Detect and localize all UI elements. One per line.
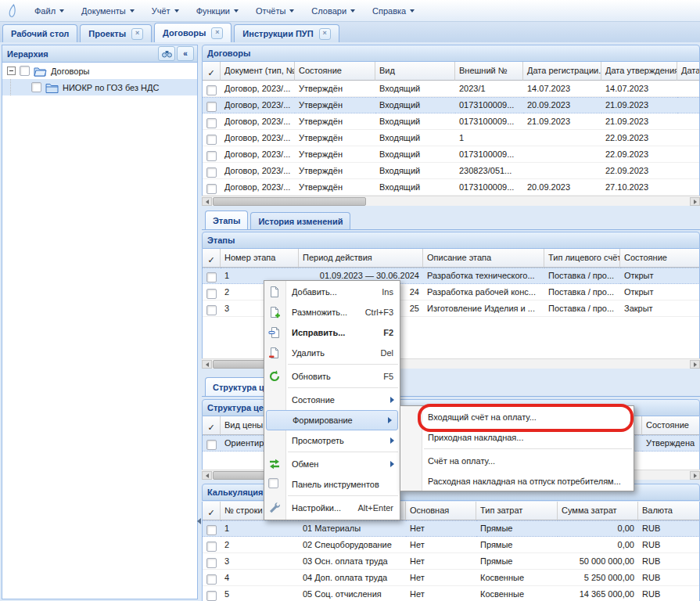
submenu-item-приходная-накладная[interactable]: Приходная накладная... [400,427,634,448]
contracts-column-header[interactable]: Внешний № [455,62,523,81]
menubar-item-функции[interactable]: Функции [188,3,246,19]
menubar-item-словари[interactable]: Словари [303,3,363,19]
scroll-right-button[interactable] [690,197,700,206]
row-checkbox[interactable] [206,118,217,128]
menubar-item-справка[interactable]: Справка [364,3,422,19]
tree-node-root[interactable]: Договоры [2,63,197,79]
submenu-item-входящий-счёт-на-оплату[interactable]: Входящий счёт на оплату... [400,407,634,427]
contracts-column-header[interactable]: Состояние [295,62,375,81]
contracts-hscrollbar[interactable] [202,196,700,206]
tab-история-изменений[interactable]: История изменений [250,212,350,229]
table-row[interactable]: Договор, 2023/...УтверждёнВходящий230823… [203,163,699,179]
main-tab-договоры[interactable]: Договоры× [154,23,232,42]
table-cell: 3 [221,553,299,570]
stages-column-header[interactable]: Тип лицевого счёт [544,249,620,268]
row-checkbox[interactable] [206,272,217,283]
structure-column-header[interactable]: ✓ [203,416,221,435]
menu-item-добавить[interactable]: Добавить...Ins [264,282,400,302]
search-binoculars-button[interactable] [158,46,175,61]
contracts-column-header[interactable]: Документ (тип, № [221,62,295,81]
table-row[interactable]: Договор, 2023/...УтверждёнВходящий017310… [203,179,699,196]
row-checkbox[interactable] [206,289,217,299]
tree-node-checkbox[interactable] [31,82,41,92]
tree-node-child[interactable]: НИОКР по ГОЗ без НДС [2,79,197,95]
main-tab-проекты[interactable]: Проекты× [80,24,152,42]
menu-item-настройки[interactable]: Настройки...Alt+Enter [264,498,400,518]
scroll-left-button[interactable] [202,197,212,206]
submenu-item-расходная-накладная-на-отпуск-потребителям[interactable]: Расходная накладная на отпуск потребител… [400,471,634,491]
collapse-panel-button[interactable]: « [177,46,194,61]
menu-item-панель-инструментов[interactable]: Панель инструментов [264,474,400,495]
table-row[interactable]: Договор, 2023/...УтверждёнВходящий017310… [203,97,699,113]
menubar-item-документы[interactable]: Документы [74,3,142,19]
calculation-column-header[interactable]: ✓ [203,502,221,520]
contracts-column-header[interactable]: Дата [677,62,700,81]
row-checkbox[interactable] [206,591,217,601]
scroll-right-button[interactable] [690,471,700,480]
table-row[interactable]: Договор, 2023/...УтверждёнВходящий122.09… [203,130,699,146]
structure-column-header[interactable]: Состояние [642,416,700,435]
menubar-item-учёт[interactable]: Учёт [144,3,187,19]
tab-этапы[interactable]: Этапы [205,211,248,229]
main-tab-инструкции-пуп[interactable]: Инструкции ПУП× [234,24,339,42]
row-checkbox[interactable] [206,305,217,315]
menu-item-обновить[interactable]: ОбновитьF5 [264,366,400,387]
row-checkbox[interactable] [206,440,217,450]
tree-expander-icon[interactable] [7,67,16,75]
contracts-column-header[interactable]: Дата утверждения [601,62,677,81]
table-row[interactable]: 101 МатериалыНетПрямые0,00RUB [203,520,699,537]
scroll-left-button[interactable] [202,360,212,369]
table-row[interactable]: 404 Доп. оплата трудаНетКосвенные5 250 0… [203,570,699,586]
scroll-left-button[interactable] [202,471,212,480]
row-checkbox[interactable] [206,151,217,161]
tab-close-icon[interactable]: × [211,27,223,39]
stages-column-header[interactable]: Описание этапа [423,249,544,268]
row-checkbox[interactable] [206,574,217,585]
menubar-item-отчёты[interactable]: Отчёты [248,3,302,19]
menubar-item-файл[interactable]: Файл [27,3,72,19]
menu-item-удалить[interactable]: УдалитьDel [264,343,400,363]
table-row[interactable]: 505 Соц. отчисленияНетКосвенные14 365 00… [203,586,699,601]
tab-close-icon[interactable]: × [131,28,143,40]
menu-item-размножить[interactable]: Размножить...Ctrl+F3 [264,302,400,322]
tab-close-icon[interactable]: × [319,28,331,40]
contracts-column-header[interactable]: Вид [375,62,455,81]
table-row[interactable]: Договор, 2023/...УтверждёнВходящий2023/1… [203,81,699,97]
menu-separator [288,452,398,452]
stages-column-header[interactable]: Состояние [620,249,700,268]
menu-item-состояние[interactable]: Состояние [264,390,400,410]
splitter-collapse-arrow-icon[interactable] [197,518,201,524]
table-row[interactable]: 303 Осн. оплата трудаНетПрямые50 000 000… [203,553,699,570]
table-row[interactable]: Договор, 2023/...УтверждёнВходящий017310… [203,113,699,130]
calculation-column-header[interactable]: Основная [406,502,476,520]
row-checkbox[interactable] [206,167,217,178]
row-checkbox[interactable] [206,102,217,112]
menu-item-обмен[interactable]: Обмен [264,454,400,474]
row-checkbox[interactable] [206,558,217,568]
scroll-right-button[interactable] [690,360,700,369]
chevron-down-icon [130,9,135,13]
menu-item-просмотреть[interactable]: Просмотреть [264,430,400,451]
table-row[interactable]: 202 СпецоборудованиеНетПрямые0,00RUB [203,537,699,553]
row-checkbox[interactable] [206,542,217,552]
stages-column-header[interactable]: ✓ [203,249,221,268]
calculation-column-header[interactable]: Валюта [638,502,700,520]
table-row[interactable]: Договор, 2023/...УтверждёнВходящий017310… [203,146,699,163]
submenu-item-счёт-на-оплату[interactable]: Счёт на оплату... [400,451,634,471]
stages-column-header[interactable]: Номер этапа [221,249,299,268]
table-cell: 0173100009... [455,146,523,163]
tree-node-checkbox[interactable] [20,66,30,76]
menu-item-исправить[interactable]: Исправить...F2 [264,322,400,343]
menu-item-формирование[interactable]: Формирование [266,410,398,430]
row-checkbox[interactable] [206,85,217,95]
contracts-column-header[interactable]: Дата регистрации. [523,62,601,81]
row-checkbox[interactable] [206,135,217,145]
row-checkbox[interactable] [206,184,217,194]
stages-column-header[interactable]: Период действия [299,249,423,268]
calculation-column-header[interactable]: Сумма затрат [558,502,638,520]
main-tab-рабочий-стол[interactable]: Рабочий стол [2,24,77,42]
scrollbar-thumb[interactable] [213,197,366,206]
row-checkbox[interactable] [206,525,217,535]
calculation-column-header[interactable]: Тип затрат [476,502,558,520]
contracts-column-header[interactable]: ✓ [203,62,221,81]
